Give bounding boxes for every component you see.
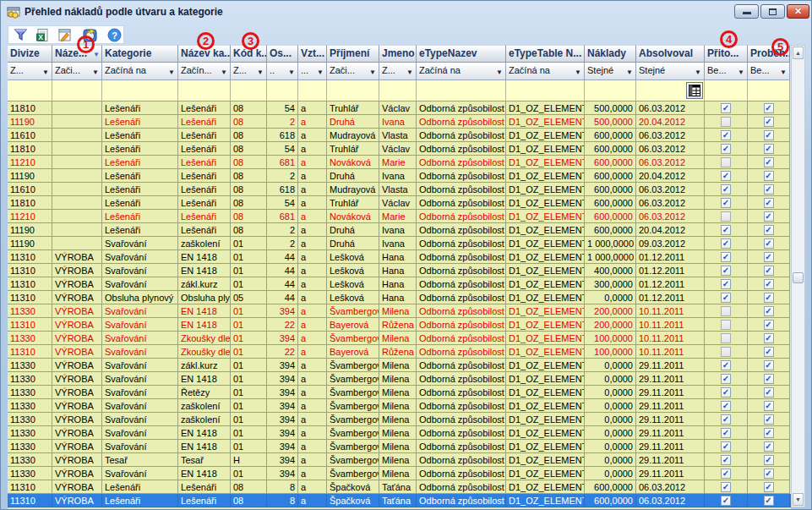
filter-input-pritomnost[interactable] <box>705 80 748 101</box>
checkbox-unchecked-pritomnost[interactable] <box>721 211 731 222</box>
checkbox-unchecked-pritomnost[interactable] <box>721 157 731 167</box>
checkbox-checked-pritomnost[interactable]: ✓ <box>721 428 731 438</box>
close-button[interactable]: ✕ <box>787 4 809 19</box>
table-row[interactable]: 11210LešenářiLešenáři08681aNovákováMarie… <box>8 210 791 223</box>
table-row[interactable]: 11330VÝROBASvařovánízákl.kurz01394aŠvamb… <box>8 359 791 372</box>
checkbox-checked-pritomnost[interactable]: ✓ <box>721 293 731 303</box>
table-row[interactable]: 11330VÝROBASvařováníEN 141801394aŠvamber… <box>8 372 791 386</box>
table-row[interactable]: 11330VÝROBATesařTesařH394aŠvambergovMile… <box>8 453 791 467</box>
column-header-kategorie[interactable]: Kategorie <box>102 45 178 63</box>
checkbox-checked-probehlo[interactable]: ✓ <box>764 482 774 492</box>
table-row[interactable]: 11610LešenářiLešenáři08618aMudrayováVlas… <box>8 129 791 142</box>
checkbox-checked-pritomnost[interactable]: ✓ <box>721 360 731 370</box>
checkbox-checked-probehlo[interactable]: ✓ <box>764 144 774 154</box>
table-row[interactable]: 11190LešenářiLešenáři082aDruháIvanaOdbor… <box>8 169 791 183</box>
table-row[interactable]: 11330VÝROBASvařováníEN 141801394aŠvamber… <box>8 304 791 318</box>
checkbox-checked-pritomnost[interactable]: ✓ <box>721 441 731 452</box>
filter-operator-vztah[interactable]: ...▼ <box>298 63 327 80</box>
filter-operator-etype-nazev[interactable]: Začíná na▼ <box>417 63 506 80</box>
table-row[interactable]: 11330VÝROBASvařováníEN 141801394aŠvamber… <box>8 426 791 440</box>
table-row[interactable]: 11310VÝROBAObsluha plynovýObsluha plyn05… <box>8 291 791 304</box>
checkbox-checked-probehlo[interactable]: ✓ <box>764 414 774 425</box>
filter-input-probehlo[interactable] <box>748 80 790 101</box>
filter-operator-nazev-kategorie[interactable]: Začín...▼ <box>178 63 231 80</box>
checkbox-checked-probehlo[interactable]: ✓ <box>764 374 774 384</box>
checkbox-checked-pritomnost[interactable]: ✓ <box>721 184 731 195</box>
column-header-absolvoval[interactable]: Absolvoval <box>636 45 705 63</box>
checkbox-checked-pritomnost[interactable]: ✓ <box>721 225 731 235</box>
calendar-picker-button[interactable] <box>686 82 703 99</box>
checkbox-checked-pritomnost[interactable]: ✓ <box>721 130 731 140</box>
help-button[interactable]: ? <box>107 28 122 42</box>
checkbox-checked-probehlo[interactable]: ✓ <box>764 306 774 316</box>
column-header-prijmeni[interactable]: Příjmení <box>327 45 379 63</box>
checkbox-checked-probehlo[interactable]: ✓ <box>764 266 774 276</box>
column-header-osobni-cislo[interactable]: Os... <box>267 45 298 63</box>
filter-operator-naklady[interactable]: Stejné▼ <box>585 63 636 80</box>
table-row[interactable]: 11310VÝROBASvařovánízákl.kurz0144aLeškov… <box>8 277 791 291</box>
checkbox-checked-probehlo[interactable]: ✓ <box>764 225 774 235</box>
checkbox-checked-pritomnost[interactable]: ✓ <box>721 496 731 506</box>
filter-operator-kategorie[interactable]: Začíná na▼ <box>102 63 178 80</box>
checkbox-checked-pritomnost[interactable]: ✓ <box>721 401 731 411</box>
checkbox-checked-pritomnost[interactable]: ✓ <box>721 239 731 249</box>
checkbox-checked-pritomnost[interactable]: ✓ <box>721 374 731 384</box>
checkbox-checked-pritomnost[interactable]: ✓ <box>721 469 731 479</box>
table-row[interactable]: 11190Svařovánízaškolení012aDruháIvanaOdb… <box>8 237 791 250</box>
checkbox-unchecked-pritomnost[interactable] <box>721 333 731 343</box>
filter-operator-absolvoval[interactable]: Stejné▼ <box>636 63 705 80</box>
filter-operator-prijmeni[interactable]: Zači...▼ <box>327 63 379 80</box>
checkbox-checked-probehlo[interactable]: ✓ <box>764 211 774 222</box>
column-header-naklady[interactable]: Náklady <box>585 45 636 63</box>
filter-operator-probehlo[interactable]: Be...▼ <box>748 63 790 80</box>
checkbox-checked-probehlo[interactable]: ✓ <box>764 198 774 208</box>
filter-input-kod-kategorie[interactable] <box>231 80 267 101</box>
filter-input-naklady[interactable] <box>585 80 636 101</box>
checkbox-checked-pritomnost[interactable]: ✓ <box>721 482 731 492</box>
scrollbar-thumb[interactable] <box>793 272 804 283</box>
table-row[interactable]: 11330VÝROBASvařováníZkoušky dle E01394aŠ… <box>8 332 791 345</box>
table-row[interactable]: 11310VÝROBALešenářiLešenáři088aŠpačkováT… <box>8 480 791 494</box>
checkbox-checked-pritomnost[interactable]: ✓ <box>721 387 731 398</box>
filter-input-etype-nazev[interactable] <box>417 80 506 101</box>
checkbox-checked-probehlo[interactable]: ✓ <box>764 347 774 357</box>
checkbox-checked-pritomnost[interactable]: ✓ <box>721 171 731 181</box>
filter-input-etype-table[interactable] <box>506 80 585 101</box>
checkbox-checked-probehlo[interactable]: ✓ <box>764 279 774 289</box>
checkbox-checked-probehlo[interactable]: ✓ <box>764 184 774 195</box>
checkbox-checked-pritomnost[interactable]: ✓ <box>721 266 731 276</box>
table-row[interactable]: 11310VÝROBASvařováníEN 14180144aLeškováH… <box>8 250 791 264</box>
checkbox-checked-probehlo[interactable]: ✓ <box>764 469 774 479</box>
checkbox-checked-pritomnost[interactable]: ✓ <box>721 414 731 425</box>
table-row[interactable]: 11310VÝROBALešenářiLešenáři088aŠpačkováT… <box>8 494 791 507</box>
checkbox-checked-probehlo[interactable]: ✓ <box>764 320 774 330</box>
checkbox-checked-probehlo[interactable]: ✓ <box>764 103 774 113</box>
table-row[interactable]: 11610LešenářiLešenáři08618aMudrayováVlas… <box>8 183 791 196</box>
filter-operator-pritomnost[interactable]: Be...▼ <box>705 63 748 80</box>
checkbox-unchecked-pritomnost[interactable] <box>721 347 731 357</box>
table-row[interactable]: 11810LešenářiLešenáři0854aTruhlářVáclavO… <box>8 101 791 115</box>
checkbox-checked-probehlo[interactable]: ✓ <box>764 455 774 465</box>
table-row[interactable]: 11330VÝROBASvařovánízaškolení01394aŠvamb… <box>8 399 791 413</box>
checkbox-checked-pritomnost[interactable]: ✓ <box>721 144 731 154</box>
filter-input-nazev[interactable] <box>52 80 102 101</box>
checkbox-checked-pritomnost[interactable]: ✓ <box>721 455 731 465</box>
column-header-vztah[interactable]: Vzt... <box>298 45 327 63</box>
edit-note-button[interactable] <box>57 28 72 42</box>
filter-input-prijmeni[interactable] <box>327 80 379 101</box>
filter-button[interactable] <box>14 28 28 42</box>
export-excel-button[interactable]: X <box>35 28 50 42</box>
filter-input-absolvoval[interactable] <box>636 80 705 101</box>
table-row[interactable]: 11810LešenářiLešenáři0854aTruhlářVáclavO… <box>8 196 791 210</box>
table-row[interactable]: 11310VÝROBASvařováníZkoušky dle E0122aBa… <box>8 345 791 359</box>
checkbox-checked-probehlo[interactable]: ✓ <box>764 428 774 438</box>
scroll-down-button[interactable]: ▼ <box>793 493 804 506</box>
checkbox-checked-probehlo[interactable]: ✓ <box>764 252 774 262</box>
checkbox-checked-probehlo[interactable]: ✓ <box>764 360 774 370</box>
filter-operator-osobni-cislo[interactable]: ..▼ <box>267 63 298 80</box>
filter-operator-kod-kategorie[interactable]: Z...▼ <box>231 63 267 80</box>
restore-button[interactable] <box>760 4 785 19</box>
checkbox-checked-probehlo[interactable]: ✓ <box>764 401 774 411</box>
checkbox-unchecked-pritomnost[interactable] <box>721 117 731 127</box>
filter-input-jmeno[interactable] <box>379 80 417 101</box>
